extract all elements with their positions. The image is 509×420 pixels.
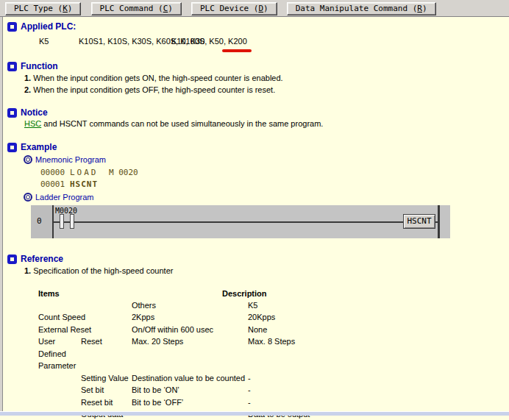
function-item-1: 1. When the input condition gets ON, the…	[24, 74, 283, 82]
data-manipulate-command-button[interactable]: Data Manipulate Command (R)	[287, 2, 436, 15]
applied-plc-group1: K5	[39, 37, 49, 46]
section-bullet-icon	[7, 22, 17, 32]
rung-line	[54, 221, 438, 223]
ladder-program-title: Ladder Program	[35, 193, 94, 202]
function-title: Function	[21, 61, 58, 71]
table-cell: Setting Value	[81, 372, 132, 384]
plc-type-button[interactable]: PLC Type (K)	[5, 2, 81, 15]
table-cell: External Reset	[38, 324, 81, 335]
reference-title: Reference	[21, 254, 63, 264]
ladder-diagram: 0 M0020 HSCNT	[31, 205, 450, 238]
button-label: )	[168, 4, 173, 13]
button-label: PLC Device (	[200, 4, 258, 13]
table-cell: Bit to be ‘ON’	[132, 384, 248, 396]
applied-plc-title: Applied PLC:	[21, 21, 76, 32]
applied-plc-group3: K10, K30, K50, K200	[171, 37, 247, 46]
table-cell	[38, 372, 81, 384]
button-label: )	[263, 4, 268, 13]
red-underline-mark	[222, 49, 252, 52]
function-item-2: 2. When the input condition gets OFF, th…	[24, 85, 275, 94]
table-cell: -	[248, 396, 500, 408]
table-cell: Destination value to be counted	[132, 372, 248, 384]
table-cell: Max. 20 Steps	[132, 335, 248, 347]
table-cell	[38, 384, 81, 396]
table-cell: Reset	[81, 335, 132, 347]
table-cell: None	[248, 324, 500, 335]
help-content: Applied PLC: K5 K10S1, K10S, K30S, K60S,…	[0, 17, 509, 416]
item-number: 2.	[24, 85, 31, 94]
rung-number: 0	[37, 216, 42, 226]
item-text: Specification of the high-speed counter	[33, 266, 173, 275]
button-label: PLC Type (	[14, 4, 63, 13]
table-cell	[248, 360, 500, 371]
example-title: Example	[21, 142, 57, 152]
table-cell	[38, 396, 81, 408]
table-cell: 20Kpps	[248, 311, 500, 323]
section-bullet-icon	[7, 255, 17, 264]
reference-item: 1. Specification of the high-speed count…	[24, 266, 173, 275]
contact-symbol	[60, 214, 64, 229]
column-header-description: Description	[222, 289, 267, 298]
table-cell: K5	[248, 299, 500, 311]
plc-command-button[interactable]: PLC Command (C)	[91, 2, 182, 15]
button-label: Data Manipulate Command (	[296, 4, 418, 13]
mnemonic-program-title: Mnemonic Program	[35, 155, 106, 164]
notice-body: and HSCNT commands can not be used simul…	[41, 119, 323, 128]
table-cell: Max. 8 Steps	[248, 335, 500, 347]
table-cell: On/Off within 600 usec	[132, 324, 248, 335]
output-instruction-box: HSCNT	[403, 214, 435, 229]
notice-title: Notice	[21, 107, 48, 118]
notice-text: HSC and HSCNT commands can not be used s…	[24, 119, 323, 128]
button-label: PLC Command (	[100, 4, 163, 13]
table-cell: -	[248, 384, 500, 396]
table-rows: OthersK5 Count Speed2Kpps20Kpps External…	[38, 299, 500, 420]
double-circle-icon	[24, 193, 32, 202]
table-cell: 2Kpps	[132, 311, 248, 323]
item-number: 1.	[24, 266, 31, 275]
table-cell	[38, 299, 81, 311]
section-bullet-icon	[7, 62, 17, 71]
item-text: When the input condition gets OFF, the h…	[33, 85, 275, 94]
table-cell	[132, 348, 248, 360]
toolbar: PLC Type (K) PLC Command (C) PLC Device …	[0, 0, 509, 17]
plc-list: K10, K30, K50,	[171, 37, 228, 46]
table-cell: Set bit	[81, 384, 132, 396]
table-cell: Others	[132, 299, 248, 311]
right-power-rail	[438, 205, 440, 238]
table-cell: User	[38, 335, 81, 347]
mnemonic-step: 00000	[40, 168, 65, 177]
access-key: K	[63, 4, 68, 13]
table-cell: Parameter	[38, 360, 81, 371]
button-label: )	[68, 4, 73, 13]
column-header-items: Items	[38, 289, 60, 298]
table-cell	[81, 311, 132, 323]
bottom-pane-strip	[0, 411, 509, 416]
double-circle-icon	[24, 155, 32, 164]
table-cell: Count Speed	[38, 311, 81, 323]
plc-device-button[interactable]: PLC Device (D)	[191, 2, 277, 15]
table-cell	[81, 324, 132, 335]
hsc-link[interactable]: HSC	[24, 119, 41, 128]
table-cell: Defined	[38, 348, 81, 360]
table-cell	[132, 360, 248, 371]
table-cell	[248, 348, 500, 360]
table-cell	[81, 299, 132, 311]
plc-k200-highlighted: K200	[228, 37, 247, 46]
help-window: PLC Type (K) PLC Command (C) PLC Device …	[0, 0, 509, 420]
mnemonic-op: HSCNT	[70, 179, 98, 189]
table-cell: Reset bit	[81, 396, 132, 408]
table-cell	[81, 348, 132, 360]
mnemonic-operand: M 0020	[109, 168, 138, 177]
access-key: R	[417, 4, 422, 13]
button-label: )	[422, 4, 427, 13]
table-cell: -	[248, 372, 500, 384]
left-pane-edge-shadow	[2, 17, 3, 416]
table-cell: Bit to be ‘OFF’	[132, 396, 248, 408]
section-bullet-icon	[7, 143, 17, 152]
contact-symbol	[70, 214, 74, 229]
table-cell	[81, 360, 132, 371]
mnemonic-step: 00001	[40, 179, 65, 189]
mnemonic-op: LOAD	[70, 168, 99, 177]
item-text: When the input condition gets ON, the hi…	[33, 74, 282, 82]
item-number: 1.	[24, 74, 31, 82]
